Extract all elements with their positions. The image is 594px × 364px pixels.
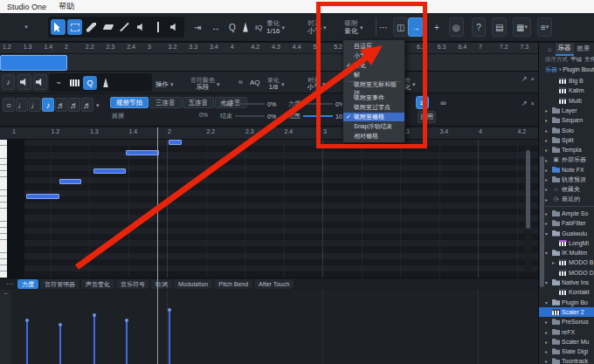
- midi-note[interactable]: [93, 168, 126, 174]
- lane-tab[interactable]: After Touch: [254, 279, 294, 289]
- listen-tool[interactable]: [167, 19, 182, 35]
- expand-arrow-icon[interactable]: ▸: [545, 147, 550, 153]
- expand-arrow-icon[interactable]: ▸: [545, 176, 550, 182]
- audition-button[interactable]: [33, 74, 47, 90]
- mute-preview-button[interactable]: [17, 74, 31, 90]
- lane-tab[interactable]: 歌词: [151, 279, 172, 289]
- note-value-button[interactable]: ♬: [81, 98, 93, 112]
- browser-item[interactable]: ▸Layer: [545, 106, 594, 115]
- grid-mode-tab[interactable]: 规整节拍: [110, 97, 148, 108]
- expand-arrow-icon[interactable]: ▸: [545, 167, 550, 173]
- expand-arrow-icon[interactable]: ▸: [552, 259, 557, 265]
- midi-note[interactable]: [26, 194, 59, 199]
- audio-quantize-toggle[interactable]: AQ: [248, 74, 262, 90]
- expand-arrow-icon[interactable]: ▸: [545, 186, 550, 192]
- humanize-button[interactable]: ≈: [234, 74, 247, 90]
- velocity-bar[interactable]: [26, 320, 28, 364]
- lane-tab[interactable]: Pitch Bend: [214, 279, 252, 289]
- browser-item[interactable]: ▸Split: [545, 135, 594, 145]
- browser-item[interactable]: ▸Scaler Mu: [545, 337, 594, 347]
- browser-item[interactable]: ▸Sequen: [545, 115, 594, 125]
- expand-arrow-icon[interactable]: ▸: [545, 127, 550, 134]
- expand-arrow-icon[interactable]: ▾: [545, 299, 550, 306]
- editor-scrollbar[interactable]: [525, 141, 531, 272]
- browser-item[interactable]: ▸Ample So: [545, 209, 594, 218]
- help-button[interactable]: ?: [472, 17, 486, 37]
- expand-arrow-icon[interactable]: ▸: [545, 339, 550, 345]
- note-value-button[interactable]: ♪: [42, 98, 54, 112]
- note-grid[interactable]: [0, 140, 538, 278]
- expand-arrow-icon[interactable]: ▸: [545, 137, 550, 143]
- paint-tool[interactable]: [84, 19, 99, 35]
- browser-tab[interactable]: 效果: [575, 43, 593, 55]
- midi-note[interactable]: [126, 150, 159, 155]
- velocity-bar[interactable]: [126, 320, 128, 364]
- quantize-value-dropdown[interactable]: 量化1/16 ▾: [266, 16, 285, 39]
- bend-tool[interactable]: [150, 19, 165, 35]
- velocity-bar[interactable]: [59, 325, 61, 364]
- browser-item[interactable]: ▸MODO B: [552, 258, 594, 267]
- expand-arrow-icon[interactable]: ▸: [545, 196, 550, 203]
- midi-event[interactable]: [0, 55, 67, 71]
- preset-dropdown[interactable]: ▾: [19, 17, 33, 37]
- browser-item[interactable]: ▾Guaiwulu: [545, 228, 594, 237]
- menu-help[interactable]: 帮助: [59, 1, 74, 12]
- note-value-button[interactable]: ♬: [68, 98, 80, 112]
- note-tool-button[interactable]: ♪: [2, 74, 15, 90]
- browser-item[interactable]: LongMi: [552, 238, 594, 248]
- start-slider[interactable]: [235, 103, 265, 105]
- editor-ruler[interactable]: 11.21.31.422.22.32.433.23.33.444.2: [0, 127, 538, 140]
- expand-panel-icon[interactable]: ↗: [521, 100, 528, 107]
- video-button[interactable]: ▤: [492, 17, 507, 37]
- browser-item[interactable]: ▸Note FX: [545, 165, 594, 175]
- timestretch-button[interactable]: ↔: [208, 17, 224, 37]
- end-slider[interactable]: [235, 115, 265, 117]
- browser-item[interactable]: Multi: [552, 96, 594, 106]
- browser-item[interactable]: Kalim: [552, 86, 594, 95]
- close-panel-icon[interactable]: ×: [530, 100, 535, 107]
- grid-view-button[interactable]: ▦ ▾: [513, 17, 531, 37]
- velocity-bar[interactable]: [93, 315, 95, 364]
- browser-item[interactable]: ▾Plugin Bo: [545, 298, 594, 307]
- browser-item[interactable]: ▸Templa: [545, 145, 594, 155]
- browser-item[interactable]: Big B: [552, 76, 594, 86]
- quantize-toggle[interactable]: Q: [83, 76, 97, 90]
- note-color-dropdown[interactable]: 音符颜色乐段 ▾: [190, 72, 220, 96]
- midi-note[interactable]: [59, 179, 81, 184]
- mix-view-button[interactable]: ≡ ▾: [537, 17, 552, 37]
- record-mode-button[interactable]: ◎: [449, 17, 464, 37]
- actions-dropdown[interactable]: 操作 ▾: [155, 72, 174, 96]
- lane-tab[interactable]: 音乐符号: [116, 279, 149, 289]
- browser-item[interactable]: Kontakt: [552, 287, 594, 297]
- expand-arrow-icon[interactable]: ▸: [545, 220, 550, 226]
- expand-arrow-icon[interactable]: ▾: [545, 230, 550, 237]
- browser-item[interactable]: ▾IK Multim: [545, 248, 594, 258]
- grid-mode-tab[interactable]: 三连音: [149, 97, 182, 108]
- range-tool[interactable]: [67, 19, 82, 35]
- browser-item[interactable]: ▸PreSonus: [545, 317, 594, 326]
- note-value-button[interactable]: ○: [3, 98, 15, 112]
- browser-item[interactable]: ▾Native Ins: [545, 278, 594, 287]
- lane-tab[interactable]: 力度: [17, 279, 38, 289]
- lane-overflow-button[interactable]: ⋯: [3, 280, 16, 288]
- home-icon[interactable]: ⌂: [545, 44, 555, 55]
- browser-item[interactable]: ▸FabFilter: [545, 218, 594, 228]
- playhead[interactable]: [157, 127, 158, 364]
- mute-tool[interactable]: [134, 19, 148, 35]
- midi-note[interactable]: [169, 140, 182, 145]
- lane-tab[interactable]: 音符管理器: [40, 279, 79, 289]
- link-icon[interactable]: ∞: [437, 96, 450, 109]
- arrow-tool[interactable]: [51, 19, 66, 35]
- arrange-ruler[interactable]: 1.21.31.422.22.32.433.23.33.444.24.34.45…: [0, 43, 538, 54]
- lane-tab[interactable]: 声音变化: [81, 279, 114, 289]
- note-value-button[interactable]: ♩: [29, 98, 41, 112]
- lane-tab[interactable]: Modulation: [174, 279, 212, 289]
- split-tool[interactable]: [117, 19, 132, 35]
- crosshair-button[interactable]: +: [430, 17, 444, 37]
- browser-item[interactable]: Scaler 2: [539, 307, 594, 317]
- browser-item[interactable]: ▸☆收藏夹: [545, 184, 594, 194]
- swing-row[interactable]: 摇摆 0%: [112, 112, 208, 120]
- browser-item[interactable]: ▸◷最近的: [545, 195, 594, 204]
- keyboard-view-button[interactable]: [67, 76, 81, 90]
- browser-tab[interactable]: 乐器: [556, 43, 574, 56]
